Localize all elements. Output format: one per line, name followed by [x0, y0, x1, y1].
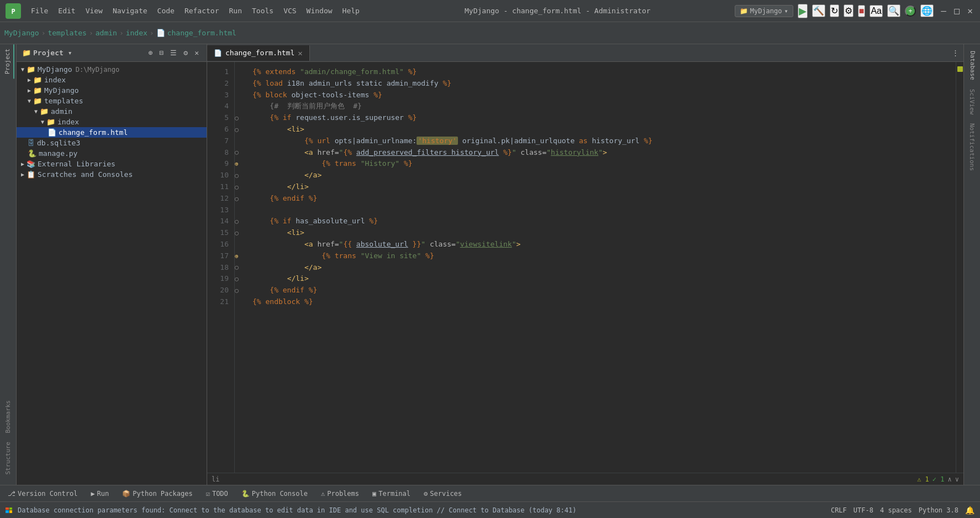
breadcrumb-file[interactable]: change_form.html — [167, 29, 236, 37]
more-tabs-button[interactable]: ⋮ — [947, 45, 963, 60]
expand-icon: ▶ — [28, 77, 31, 83]
header-dropdown-icon[interactable]: ▾ — [68, 49, 72, 57]
window-controls: — □ ✕ — [939, 7, 974, 15]
indent[interactable]: 4 spaces — [880, 506, 912, 514]
menu-help[interactable]: Help — [338, 4, 364, 17]
project-selector[interactable]: 📁 MyDjango ▾ — [735, 5, 793, 17]
warning-indicator — [957, 66, 963, 72]
tab-file-icon: 📄 — [214, 49, 222, 57]
run-config-button[interactable]: ⚙ — [844, 4, 853, 17]
tree-item-db[interactable]: 🗄 db.sqlite3 — [17, 138, 207, 148]
build-button[interactable]: 🔨 — [812, 4, 825, 17]
breadcrumb-index[interactable]: index — [126, 29, 147, 37]
translate-button[interactable]: Aa — [870, 5, 883, 17]
menu-tools[interactable]: Tools — [247, 4, 278, 17]
file-tree: ▼ 📁 MyDjango D:\MyDjango ▶ 📁 index ▶ 📁 M… — [17, 62, 207, 485]
minimize-button[interactable]: — — [939, 7, 948, 15]
menu-run[interactable]: Run — [225, 4, 246, 17]
tree-item-manage[interactable]: 🐍 manage.py — [17, 148, 207, 159]
expand-icon: ▶ — [21, 171, 24, 177]
collapse-all-icon[interactable]: ⊟ — [157, 48, 166, 58]
error-count: ✓ 1 — [932, 475, 945, 483]
reload-button[interactable]: ↻ — [830, 4, 839, 17]
run-button[interactable]: ▶ — [798, 4, 808, 18]
tree-item-mydjango-sub[interactable]: ▶ 📁 MyDjango — [17, 85, 207, 96]
microsoft-icon — [6, 507, 12, 513]
project-vtab[interactable]: Project — [2, 44, 14, 79]
title-bar: P File Edit View Navigate Code Refactor … — [0, 0, 980, 22]
status-right: CRLF UTF-8 4 spaces Python 3.8 🔔 — [831, 506, 974, 515]
menu-file[interactable]: File — [27, 4, 52, 17]
collapse-icon[interactable]: ∨ — [955, 475, 959, 483]
line-sep[interactable]: CRLF — [831, 506, 847, 514]
stop-button[interactable]: ■ — [858, 5, 866, 17]
tree-item-index-root[interactable]: ▶ 📁 index — [17, 75, 207, 85]
project-header-icons: ⊕ ⊟ ☰ ⚙ ✕ — [146, 48, 201, 58]
notifications-tab[interactable]: Notifications — [966, 119, 978, 175]
gutter-icon-15: ◯ — [235, 227, 248, 239]
version-control-button[interactable]: ⎇ Version Control — [4, 488, 81, 499]
python-packages-button[interactable]: 📦 Python Packages — [119, 488, 196, 499]
problems-button[interactable]: ⚠ Problems — [318, 488, 362, 499]
encoding[interactable]: UTF-8 — [853, 506, 873, 514]
breadcrumb-project[interactable]: MyDjango — [4, 29, 39, 37]
updates-button[interactable]: + — [905, 6, 916, 17]
database-tab[interactable]: Database — [966, 46, 978, 85]
menu-refactor[interactable]: Refactor — [180, 4, 224, 17]
tree-item-index-sub[interactable]: ▼ 📁 index — [17, 117, 207, 127]
window-title: MyDjango - change_form.html - Administra… — [381, 7, 735, 15]
settings-button[interactable]: 🌐 — [920, 4, 934, 17]
menu-window[interactable]: Window — [302, 4, 337, 17]
tree-item-templates[interactable]: ▼ 📁 templates — [17, 96, 207, 106]
project-folder-icon: 📁 — [22, 49, 31, 57]
tab-change-form[interactable]: 📄 change_form.html ✕ — [207, 45, 310, 61]
tree-item-scratches[interactable]: ▶ 📋 Scratches and Consoles — [17, 169, 207, 180]
options-icon[interactable]: ☰ — [168, 48, 179, 58]
sciview-tab[interactable]: SciView — [966, 85, 978, 119]
editor-info-bar: li ⚠ 1 ✓ 1 ∧ ∨ — [207, 473, 963, 485]
code-editor: 12345 678910 1112131415 1617181920 21 ◯ … — [207, 62, 963, 473]
breadcrumb-templates[interactable]: templates — [48, 29, 86, 37]
breadcrumb-admin[interactable]: admin — [96, 29, 117, 37]
project-title: Project — [33, 49, 64, 57]
menu-edit[interactable]: Edit — [54, 4, 80, 17]
tree-item-external-libs[interactable]: ▶ 📚 External Libraries — [17, 159, 207, 169]
expand-icon: ▼ — [34, 108, 38, 114]
settings-icon[interactable]: ⚙ — [181, 48, 190, 58]
language[interactable]: Python 3.8 — [919, 506, 958, 514]
code-content[interactable]: {% extends "admin/change_form.html" %} {… — [248, 62, 956, 473]
expand-icon[interactable]: ∧ — [948, 475, 952, 483]
menu-navigate[interactable]: Navigate — [108, 4, 152, 17]
tree-label-index: index — [44, 76, 66, 84]
todo-button[interactable]: ☑ TODO — [203, 488, 231, 499]
bookmarks-vtab[interactable]: Bookmarks — [2, 396, 14, 438]
tree-item-admin[interactable]: ▼ 📁 admin — [17, 106, 207, 117]
vcs-icon: ⎇ — [8, 490, 15, 498]
close-button[interactable]: ✕ — [966, 7, 974, 15]
run-panel-button[interactable]: ▶ Run — [87, 488, 112, 499]
breadcrumb-sep2: › — [89, 29, 93, 37]
terminal-label: Terminal — [378, 490, 410, 498]
services-label: Services — [430, 490, 462, 498]
tree-item-mydjango-root[interactable]: ▼ 📁 MyDjango D:\MyDjango — [17, 64, 207, 75]
close-panel-icon[interactable]: ✕ — [192, 48, 201, 58]
search-everywhere-button[interactable]: 🔍 — [887, 4, 900, 17]
status-message[interactable]: Database connection parameters found: Co… — [18, 506, 826, 514]
menu-vcs[interactable]: VCS — [279, 4, 301, 17]
structure-vtab[interactable]: Structure — [2, 437, 14, 479]
console-icon: 🐍 — [241, 490, 250, 498]
python-console-button[interactable]: 🐍 Python Console — [238, 488, 311, 499]
services-button[interactable]: ⚙ Services — [420, 488, 465, 499]
chevron-down-icon: ▾ — [784, 7, 788, 15]
menu-code[interactable]: Code — [153, 4, 179, 17]
terminal-button[interactable]: ▣ Terminal — [369, 488, 414, 499]
menu-view[interactable]: View — [81, 4, 107, 17]
warning-count: ⚠ 1 — [917, 475, 929, 483]
folder-icon: 📁 — [27, 65, 35, 74]
tree-item-change-form[interactable]: 📄 change_form.html — [17, 127, 207, 138]
add-icon[interactable]: ⊕ — [146, 48, 155, 58]
packages-icon: 📦 — [122, 490, 130, 498]
tab-close-button[interactable]: ✕ — [298, 49, 302, 57]
gutter-icon-8: ◯ — [235, 147, 248, 159]
maximize-button[interactable]: □ — [952, 7, 961, 15]
